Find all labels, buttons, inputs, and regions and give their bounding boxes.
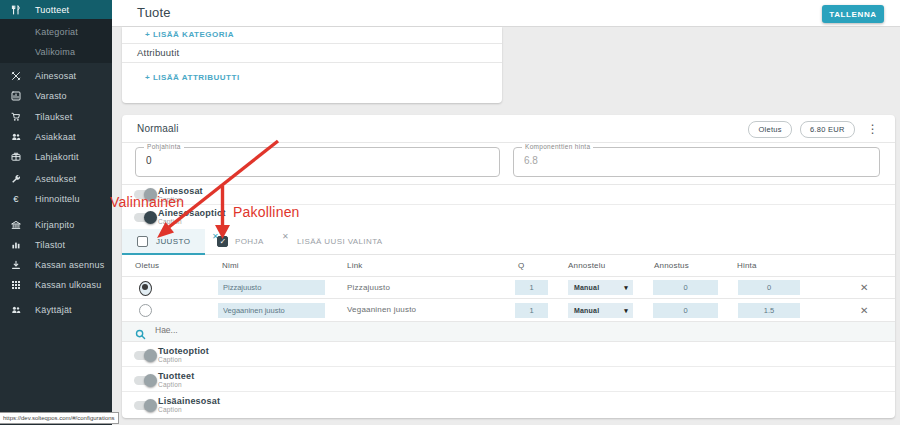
base-price-input[interactable]: [144, 154, 482, 167]
sidebar-item-kayttajat[interactable]: Käyttäjät: [0, 300, 112, 320]
quantity-input[interactable]: [515, 303, 548, 318]
tab-juusto[interactable]: JUUSTO: [122, 229, 205, 255]
svg-text:€: €: [13, 194, 19, 204]
col-link: Link: [347, 255, 362, 277]
quantity-input[interactable]: [515, 280, 548, 295]
tuotteet-label: Tuotteet: [158, 371, 194, 381]
variant-card: Normaali Oletus 6.80 EUR ⋮ Pohjahinta Ko…: [122, 115, 895, 418]
chevron-down-icon: ▾: [624, 303, 628, 318]
components-price-field: Komponenttien hinta: [513, 147, 880, 177]
toggle-knob: [144, 211, 157, 224]
default-radio-selected[interactable]: [139, 281, 152, 296]
toggle-knob: [144, 399, 157, 412]
bank-icon: [11, 220, 21, 230]
attributes-label: Attribuutit: [137, 47, 179, 58]
link-text: Vegaaninen juusto: [347, 299, 416, 321]
lisaainesosat-toggle[interactable]: [134, 401, 156, 410]
delete-row-icon[interactable]: ✕: [860, 304, 869, 318]
app-window: { "app": { "page_title": "Tuote", "save_…: [0, 0, 900, 425]
col-annostus: Annostus: [654, 255, 689, 277]
tuotteet-toggle[interactable]: [134, 376, 156, 385]
sidebar-item-kassan-asennus[interactable]: Kassan asennus: [0, 255, 112, 275]
ainesosat-toggle[interactable]: [134, 190, 156, 199]
download-icon: [11, 260, 21, 270]
save-button[interactable]: TALLENNA: [822, 5, 884, 23]
pohja-checkbox[interactable]: [217, 236, 228, 247]
chevron-down-icon: ▾: [624, 280, 628, 295]
cart-icon: [11, 112, 21, 122]
sidebar-item-varasto[interactable]: Varasto: [0, 86, 112, 106]
page-title: Tuote: [137, 0, 171, 26]
dosing-select[interactable]: Manual ▾: [568, 280, 633, 295]
ainesosaoptiot-toggle[interactable]: [134, 213, 156, 222]
add-option-link[interactable]: LISÄÄ UUSI VALINTA: [297, 229, 383, 254]
delete-row-icon[interactable]: ✕: [860, 281, 869, 295]
tab-juusto-label: JUUSTO: [156, 229, 190, 254]
toggle-knob: [144, 374, 157, 387]
table-row: Pizzajuusto Manual ▾ ✕: [122, 277, 895, 299]
price-input[interactable]: [738, 303, 800, 318]
price-chip[interactable]: 6.80 EUR: [800, 121, 855, 138]
more-menu-icon[interactable]: ⋮: [867, 122, 879, 137]
sidebar-item-asetukset[interactable]: Asetukset: [0, 169, 112, 189]
ainesosat-caption: Caption: [158, 196, 182, 203]
attributes-card: + LISÄÄ KATEGORIA Attribuutit + LISÄÄ AT…: [122, 27, 502, 103]
dose-input[interactable]: [653, 303, 718, 318]
utensils-icon: [11, 5, 21, 15]
remove-pohja-icon[interactable]: ✕: [282, 232, 289, 241]
col-annostelu: Annostelu: [568, 255, 605, 277]
tab-pohja-label: POHJA: [235, 229, 264, 254]
dosing-select[interactable]: Manual ▾: [568, 303, 633, 318]
crossed-utensils-icon: [11, 71, 21, 81]
sidebar-item-kirjanpito[interactable]: Kirjanpito: [0, 215, 112, 235]
sidebar-item-tilaukset[interactable]: Tilaukset: [0, 107, 112, 127]
dose-input[interactable]: [653, 280, 718, 295]
col-nimi: Nimi: [222, 255, 239, 277]
search-input[interactable]: [153, 324, 457, 336]
grid-icon: [11, 280, 21, 290]
base-price-field: Pohjahinta: [135, 147, 500, 177]
option-tabs: JUUSTO ✕ POHJA ✕ LISÄÄ UUSI VALINTA: [122, 229, 895, 255]
tuotteet-row: Tuotteet Caption: [122, 367, 895, 392]
lisaainesosat-caption: Caption: [158, 406, 182, 413]
tuoteoptiot-caption: Caption: [158, 356, 182, 363]
sidebar-item-tilastot[interactable]: Tilastot: [0, 235, 112, 255]
dosing-value: Manual: [574, 284, 599, 291]
sidebar-item-kassan-ulkoasu[interactable]: Kassan ulkoasu: [0, 275, 112, 295]
sidebar-item-lahjakortit[interactable]: Lahjakortit: [0, 147, 112, 167]
search-row: [122, 322, 895, 342]
default-radio-unselected[interactable]: [139, 304, 152, 317]
sidebar-item-valikoima[interactable]: Valikoima: [0, 42, 112, 62]
name-input[interactable]: [218, 303, 325, 318]
col-q: Q: [518, 255, 524, 277]
content-area: + LISÄÄ KATEGORIA Attribuutit + LISÄÄ AT…: [112, 27, 900, 425]
price-input[interactable]: [738, 280, 800, 295]
ainesosaoptiot-row: Ainesosaoptiot Caption: [122, 205, 895, 229]
sidebar-item-ainesosat[interactable]: Ainesosat: [0, 66, 112, 86]
search-icon: [135, 326, 146, 337]
juusto-checkbox[interactable]: [137, 236, 148, 247]
components-price-input[interactable]: [522, 154, 862, 167]
variant-name: Normaali: [137, 115, 179, 142]
giftcard-icon: [11, 152, 21, 162]
sidebar-item-asiakkaat[interactable]: Asiakkaat: [0, 127, 112, 147]
stats-icon: [11, 240, 21, 250]
tuoteoptiot-toggle[interactable]: [134, 351, 156, 360]
table-row: Vegaaninen juusto Manual ▾ ✕: [122, 299, 895, 322]
sidebar: Tuotteet Kategoriat Valikoima Ainesosat …: [0, 0, 112, 425]
col-hinta: Hinta: [737, 255, 757, 277]
name-input[interactable]: [218, 280, 325, 295]
add-attribute-link[interactable]: + LISÄÄ ATTRIBUUTTI: [145, 73, 240, 82]
sidebar-item-hinnoittelu[interactable]: € Hinnoittelu: [0, 189, 112, 209]
sidebar-item-kategoriat[interactable]: Kategoriat: [0, 22, 112, 42]
lisaainesosat-label: Lisäainesosat: [158, 396, 220, 406]
topbar: Tuote TALLENNA: [112, 0, 900, 27]
default-chip[interactable]: Oletus: [748, 121, 791, 138]
customers-icon: [11, 132, 21, 142]
sidebar-item-tuotteet[interactable]: Tuotteet: [0, 0, 112, 19]
components-price-label: Komponenttien hinta: [522, 143, 593, 150]
add-category-link[interactable]: + LISÄÄ KATEGORIA: [145, 30, 234, 39]
ainesosat-label: Ainesosat: [158, 186, 203, 196]
euro-icon: €: [11, 194, 21, 204]
base-price-label: Pohjahinta: [144, 143, 184, 150]
